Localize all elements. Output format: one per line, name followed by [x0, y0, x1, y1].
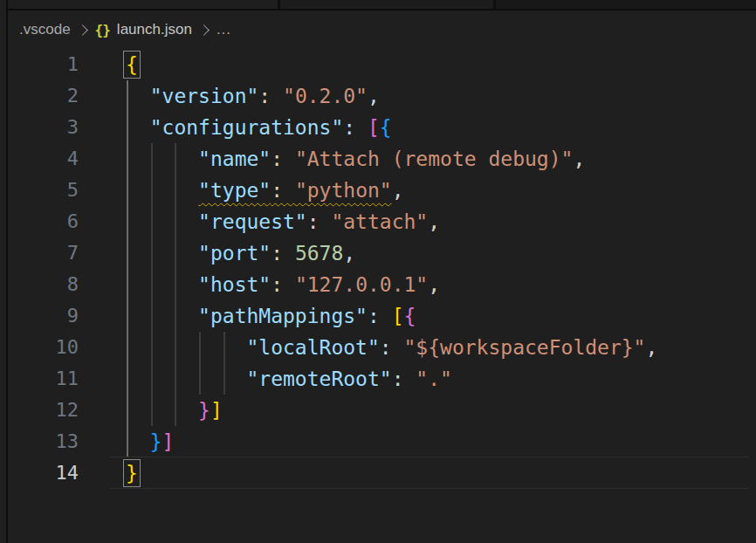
code-line-text: }] [126, 426, 756, 457]
token-punct: , [428, 210, 440, 233]
code-line-text: "name": "Attach (remote debug)", [126, 143, 756, 175]
code-line[interactable]: 3 "configurations": [{ [0, 112, 756, 143]
token-key: "version" [150, 85, 259, 107]
token-punct: : [343, 116, 368, 139]
warning-squiggle: "python" [295, 179, 392, 202]
breadcrumb-folder[interactable]: .vscode [19, 21, 71, 38]
line-number[interactable]: 13 [0, 426, 79, 457]
code-line[interactable]: 11 "remoteRoot": "." [0, 363, 756, 395]
token-punct: , [428, 273, 440, 296]
code-line[interactable]: 14} [0, 457, 756, 489]
token-ws [126, 399, 198, 422]
code-line[interactable]: 6 "request": "attach", [0, 206, 756, 237]
json-file-icon: {} [95, 22, 110, 38]
token-punct: : [307, 210, 332, 233]
token-punct: , [573, 148, 585, 170]
code-line[interactable]: 1{ [0, 49, 756, 80]
code-line-text: "type": "python", [126, 175, 756, 206]
breadcrumb-symbol-ellipsis[interactable]: ... [216, 21, 231, 38]
line-number[interactable]: 5 [0, 175, 79, 206]
code-line-text: "pathMappings": [{ [126, 300, 756, 332]
token-string: "127.0.0.1" [295, 273, 428, 296]
token-key: "request" [198, 210, 307, 233]
bracket-match: { [126, 53, 138, 76]
token-gold: [ [392, 305, 404, 327]
line-number[interactable]: 6 [0, 206, 79, 237]
code-line-text: }] [126, 395, 756, 426]
code-line-text: "localRoot": "${workspaceFolder}", [126, 332, 756, 363]
line-number[interactable]: 7 [0, 237, 79, 269]
bracket-match: } [126, 462, 138, 485]
token-key: "port" [198, 242, 271, 265]
token-key: "host" [198, 273, 271, 296]
chevron-right-icon [198, 24, 210, 36]
code-line-text: "version": "0.2.0", [126, 80, 756, 112]
token-key: "name" [198, 148, 271, 170]
token-string: "." [416, 368, 452, 390]
token-ws [126, 336, 246, 359]
code-line[interactable]: 2 "version": "0.2.0", [0, 80, 756, 112]
token-string: "Attach (remote debug)" [295, 148, 574, 170]
token-key: "pathMappings" [198, 305, 368, 327]
token-punct: , [343, 242, 355, 265]
token-punct: : [271, 242, 295, 265]
line-number[interactable]: 9 [0, 300, 79, 332]
token-key: "remoteRoot" [246, 368, 391, 390]
token-ws [126, 273, 198, 296]
breadcrumb-file[interactable]: launch.json [117, 21, 192, 38]
line-number[interactable]: 10 [0, 332, 79, 363]
token-ws [126, 85, 150, 107]
tab-active[interactable] [8, 0, 278, 9]
line-number[interactable]: 1 [0, 49, 79, 80]
token-key: "localRoot" [246, 336, 379, 359]
token-punct: , [645, 336, 657, 359]
token-orchid: ] [162, 430, 175, 453]
code-line[interactable]: 12 }] [0, 395, 756, 426]
line-number[interactable]: 12 [0, 395, 79, 426]
token-string: "0.2.0" [283, 85, 368, 107]
tab-inactive[interactable] [280, 0, 493, 9]
vscode-window: .vscode {} launch.json ... 1{2 "version"… [0, 0, 756, 543]
token-ws [126, 430, 150, 453]
code-line-text: "configurations": [{ [126, 112, 756, 143]
line-number[interactable]: 4 [0, 143, 79, 175]
token-ws [126, 242, 198, 265]
token-ws [126, 210, 198, 233]
code-line[interactable]: 4 "name": "Attach (remote debug)", [0, 143, 756, 175]
code-line[interactable]: 10 "localRoot": "${workspaceFolder}", [0, 332, 756, 363]
code-line[interactable]: 8 "host": "127.0.0.1", [0, 269, 756, 300]
code-line-text: { [126, 49, 756, 80]
token-ws [126, 148, 198, 170]
code-line[interactable]: 13 }] [0, 426, 756, 457]
token-orchid: [ [368, 116, 380, 139]
token-punct: : [271, 148, 295, 170]
tab-bar [8, 0, 756, 9]
code-editor[interactable]: 1{2 "version": "0.2.0",3 "configurations… [0, 49, 756, 489]
code-line[interactable]: 7 "port": 5678, [0, 237, 756, 269]
token-punct: : [368, 305, 392, 327]
line-number[interactable]: 8 [0, 269, 79, 300]
token-gold: ] [210, 399, 223, 422]
token-blue: } [150, 430, 162, 453]
code-line-text: "remoteRoot": "." [126, 363, 756, 395]
token-string: "${workspaceFolder}" [404, 336, 646, 359]
token-ws [126, 368, 246, 390]
code-line[interactable]: 5 "type": "python", [0, 175, 756, 206]
token-blue: { [380, 116, 392, 139]
breadcrumb: .vscode {} launch.json ... [8, 10, 756, 49]
token-number: 5678 [295, 242, 343, 265]
code-line-text: "port": 5678, [126, 237, 756, 269]
line-number[interactable]: 3 [0, 112, 79, 143]
token-ws [126, 305, 198, 327]
token-punct: , [368, 85, 380, 107]
warning-squiggle: "type" [198, 179, 271, 202]
line-number[interactable]: 11 [0, 363, 79, 395]
token-punct: : [258, 85, 283, 107]
code-line[interactable]: 9 "pathMappings": [{ [0, 300, 756, 332]
token-string: "attach" [331, 210, 428, 233]
line-number[interactable]: 2 [0, 80, 79, 112]
token-punct: : [271, 273, 295, 296]
code-line-text: "host": "127.0.0.1", [126, 269, 756, 300]
token-punct: : [380, 336, 404, 359]
line-number[interactable]: 14 [0, 457, 79, 489]
